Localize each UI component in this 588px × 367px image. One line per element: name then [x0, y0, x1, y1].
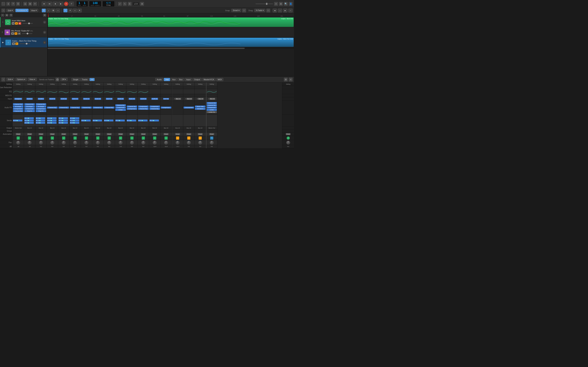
search-icon[interactable]: 🔍: [284, 2, 288, 6]
snap-value[interactable]: Smart ▾: [231, 9, 241, 12]
channel-automation[interactable]: Read: [206, 133, 217, 136]
channel-setting[interactable]: Setting: [24, 83, 35, 86]
channel-output[interactable]: Bus 10: [104, 126, 115, 130]
fx-tag[interactable]: Compressor: [36, 108, 46, 110]
send-tag[interactable]: B 11: [138, 119, 147, 121]
channel-pan[interactable]: [149, 140, 160, 145]
channel-audiofx[interactable]: ChromaVerb: [183, 101, 194, 115]
scissors-icon[interactable]: ✂: [33, 2, 37, 6]
playhead[interactable]: [48, 13, 48, 17]
channel-automation[interactable]: Read: [69, 133, 81, 136]
fx-tag[interactable]: Compressor: [127, 108, 137, 110]
channel-audiofx[interactable]: Channel EQ Compressor Limiter: [115, 101, 126, 115]
pan-knob[interactable]: [96, 141, 100, 144]
tool-chevron[interactable]: ▾: [68, 8, 72, 12]
channel-setting[interactable]: Setting: [138, 83, 149, 86]
fast-forward-button[interactable]: ⏭: [47, 2, 52, 6]
fx-tag[interactable]: Noise Gate: [195, 106, 206, 108]
input-monitor-button[interactable]: R: [18, 32, 21, 35]
channel-automation[interactable]: Read: [195, 133, 206, 136]
channel-pan[interactable]: [13, 140, 24, 145]
send-tag[interactable]: B 11: [47, 117, 57, 119]
channel-sends[interactable]: B 11 B 12 B 13: [58, 115, 69, 126]
track-settings-icon[interactable]: ☰: [43, 14, 46, 17]
fx-tag[interactable]: Channel EQ: [149, 108, 160, 110]
channel-eq[interactable]: [35, 89, 47, 94]
track-view-s[interactable]: S: [9, 14, 13, 17]
cycle-button[interactable]: ↺: [69, 2, 74, 6]
fx-tag[interactable]: Channel EQ: [115, 104, 126, 106]
fx-tag[interactable]: Compressor: [207, 107, 217, 108]
channel-audiofx[interactable]: Channel EQ Channel EQ Compressor Limiter…: [206, 101, 217, 115]
channel-input[interactable]: Ko21-22: [126, 97, 138, 101]
pan-knob[interactable]: [130, 141, 134, 144]
fx-tag[interactable]: Channel EQ: [59, 107, 69, 108]
channel-pan[interactable]: [195, 140, 206, 145]
channel-automation[interactable]: Read: [13, 133, 24, 136]
mastervca-filter[interactable]: Master/VCA: [202, 78, 216, 81]
app-icon[interactable]: ⬛: [1, 2, 5, 6]
pan-knob[interactable]: [73, 141, 77, 144]
channel-eq[interactable]: [206, 89, 217, 94]
channel-input[interactable]: Ko19-20: [115, 97, 126, 101]
send-tag[interactable]: B 12: [47, 119, 57, 121]
fx-tag[interactable]: Channel EQ: [36, 103, 46, 105]
channel-eq[interactable]: [126, 89, 138, 94]
channel-input[interactable]: Ko13-14: [81, 97, 92, 101]
global-track-icon[interactable]: ⊞: [5, 14, 9, 17]
tempo-display[interactable]: 148 KEEP TEMPO: [89, 1, 101, 7]
channel-setting[interactable]: Setting: [172, 83, 183, 86]
fx-tag[interactable]: Channel EQ: [93, 107, 103, 108]
aux-filter[interactable]: Aux: [171, 78, 177, 81]
check-icon[interactable]: ✓: [118, 2, 122, 6]
channel-automation[interactable]: Read: [115, 133, 126, 136]
channel-pan[interactable]: [126, 140, 138, 145]
channel-setting[interactable]: Setting: [92, 83, 104, 86]
channel-input[interactable]: ⊕ Bus 12: [183, 97, 194, 101]
mixer-list-icon[interactable]: ≡: [289, 78, 293, 82]
channel-automation[interactable]: Read: [81, 133, 92, 136]
drag-options-icon[interactable]: ⋯: [266, 8, 270, 12]
fx-tag[interactable]: ValhallaSu: [195, 108, 206, 110]
rewind-button[interactable]: ⏮: [42, 2, 47, 6]
channel-output[interactable]: Bus 10: [47, 126, 58, 130]
mixer-icon[interactable]: ⊞: [28, 2, 32, 6]
add-track-button[interactable]: +: [1, 14, 4, 17]
channel-output[interactable]: Stereo Out: [206, 126, 217, 130]
channel-input[interactable]: Kon9-10: [58, 97, 69, 101]
pan-knob[interactable]: [16, 141, 20, 144]
channel-automation[interactable]: Read: [58, 133, 69, 136]
channel-pan[interactable]: [160, 140, 172, 145]
mixer-channels-wrapper[interactable]: Setting Klopfgeist Channel EQ Enveloper …: [13, 83, 282, 148]
channel-input[interactable]: ⊕ Bus 13: [195, 97, 206, 101]
channel-eq[interactable]: [58, 89, 69, 94]
channel-output[interactable]: Bus 10: [126, 126, 138, 130]
channel-eq[interactable]: [81, 89, 92, 94]
right-pan[interactable]: [282, 140, 294, 145]
channel-output[interactable]: Bus 10: [172, 126, 183, 130]
channel-input[interactable]: Ko17-18: [104, 97, 115, 101]
channel-automation[interactable]: Read: [138, 133, 149, 136]
master-volume-slider[interactable]: [256, 2, 273, 5]
channel-input[interactable]: ⊕ Bus 10: [206, 97, 217, 101]
channel-setting[interactable]: Setting: [104, 83, 115, 86]
pan-knob[interactable]: [153, 141, 157, 144]
solo-button[interactable]: S: [15, 42, 18, 45]
s-icon[interactable]: S: [128, 2, 132, 6]
list-view-icon[interactable]: ☰: [42, 8, 46, 12]
send-tag[interactable]: B 11: [81, 119, 91, 121]
channel-input[interactable]: Ko15-16: [92, 97, 104, 101]
mixer-edit-menu[interactable]: Edit ▾: [6, 78, 14, 81]
mute-button[interactable]: M: [12, 22, 15, 25]
channel-output[interactable]: Bus 10: [24, 126, 35, 130]
mute-button[interactable]: M: [11, 32, 14, 35]
channel-input[interactable]: Kont5-6: [35, 97, 47, 101]
mixer-options-menu[interactable]: Options ▾: [15, 78, 27, 81]
master-icon[interactable]: ⊕: [140, 2, 144, 6]
metronome-icon[interactable]: ◎: [23, 2, 27, 6]
channel-output[interactable]: Bus 10: [138, 126, 149, 130]
all-tab[interactable]: All: [89, 78, 95, 81]
play-button[interactable]: ▶: [59, 2, 63, 6]
view-menu[interactable]: View ▾: [30, 9, 38, 12]
channel-pan[interactable]: [69, 140, 81, 145]
